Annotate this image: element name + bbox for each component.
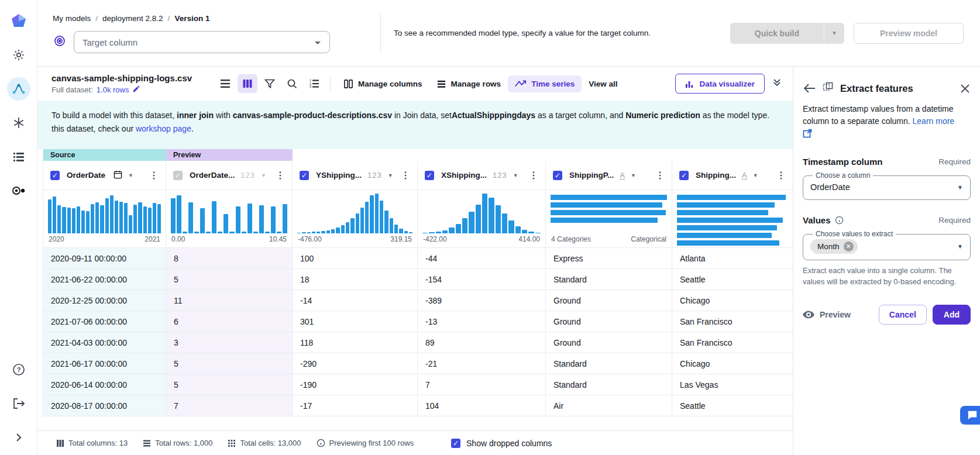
filter-icon[interactable] — [260, 74, 280, 93]
breadcrumb-version: Version 1 — [174, 14, 209, 23]
breadcrumb-my-models[interactable]: My models — [53, 14, 91, 23]
histogram-bar — [515, 226, 521, 233]
column-checkbox[interactable]: ✓ — [553, 171, 562, 180]
show-dropped-columns-toggle[interactable]: ✓ Show dropped columns — [451, 439, 552, 448]
table-cell: 2021-06-17 00:00:00 — [43, 353, 166, 374]
table-cell: 7 — [166, 395, 293, 416]
kebab-menu-icon[interactable]: ⋮ — [528, 171, 539, 180]
histogram-bar — [508, 220, 514, 233]
kebab-menu-icon[interactable]: ⋮ — [274, 171, 286, 180]
datasets-nav-icon[interactable] — [7, 145, 30, 168]
help-nav-icon[interactable]: ? — [7, 358, 30, 381]
histogram-bar — [456, 224, 461, 233]
target-column-select[interactable]: Target column — [74, 31, 330, 53]
banner-text-segment: ActualShipppingdays — [452, 111, 535, 120]
chevron-down-icon[interactable]: ▼ — [388, 173, 393, 178]
automations-nav-icon[interactable] — [7, 111, 30, 135]
banner-text-segment: Numeric prediction — [625, 111, 700, 120]
chevron-down-icon[interactable]: ▼ — [753, 173, 758, 178]
histogram-bar — [677, 195, 786, 200]
histogram-bar — [95, 202, 99, 233]
manage-columns-button[interactable]: Manage columns — [336, 75, 429, 93]
histogram-cell: 4 Categories Categorical — [546, 190, 672, 248]
kebab-menu-icon[interactable]: ⋮ — [148, 171, 160, 180]
show-dropped-checkbox[interactable]: ✓ — [451, 439, 460, 448]
kebab-menu-icon[interactable]: ⋮ — [775, 171, 787, 180]
data-visualizer-button[interactable]: Data visualizer — [675, 74, 765, 94]
chat-widget-button[interactable] — [960, 406, 980, 425]
column-checkbox[interactable]: ✓ — [679, 171, 689, 180]
rows-count-link[interactable]: 1.0k rows — [97, 85, 129, 94]
histogram-bar — [212, 201, 216, 233]
eye-icon — [803, 311, 814, 319]
preview-toggle[interactable]: Preview — [803, 310, 851, 319]
build-nav-icon[interactable] — [7, 43, 30, 67]
table-cell: 5 — [166, 269, 293, 290]
row-view-icon[interactable] — [215, 74, 235, 93]
cancel-button[interactable]: Cancel — [879, 305, 927, 325]
search-icon[interactable] — [282, 74, 302, 93]
column-view-icon[interactable] — [238, 74, 257, 93]
histogram-cell: -422.00 414.00 — [418, 190, 546, 248]
time-series-button[interactable]: Time series — [508, 75, 582, 92]
learn-more-link[interactable]: Learn more — [913, 116, 955, 126]
logout-nav-icon[interactable] — [7, 392, 30, 415]
preview-model-button[interactable]: Preview model — [854, 23, 964, 44]
table-cell: San Francisco — [672, 332, 793, 353]
histogram-bar — [482, 194, 487, 233]
choose-column-legend: Choose a column — [813, 171, 873, 180]
histogram-bar — [677, 202, 775, 208]
collapse-toolbar-icon[interactable] — [773, 78, 781, 89]
histogram-bar — [489, 198, 494, 233]
band-row: Source Preview — [43, 149, 793, 161]
remove-chip-icon[interactable]: ✕ — [844, 242, 854, 251]
column-checkbox[interactable]: ✓ — [425, 171, 434, 180]
histogram-bar — [110, 195, 114, 233]
histogram-bar — [133, 205, 137, 233]
chevron-down-icon[interactable]: ▼ — [631, 173, 636, 178]
histogram-bar — [551, 202, 662, 208]
close-icon[interactable] — [960, 83, 971, 94]
predictions-nav-icon[interactable] — [7, 179, 30, 202]
histogram-bar — [677, 210, 768, 215]
banner-text-segment: . — [191, 124, 194, 133]
histogram-bar — [153, 203, 156, 233]
kebab-menu-icon[interactable]: ⋮ — [400, 171, 411, 180]
ordered-list-icon[interactable]: 123 — [304, 74, 324, 93]
my-models-nav-icon[interactable] — [7, 77, 30, 101]
chevron-down-icon[interactable]: ▼ — [513, 173, 518, 178]
quick-build-button[interactable]: Quick build ▼ — [730, 23, 844, 44]
column-checkbox[interactable]: ✓ — [300, 171, 309, 180]
external-link-icon[interactable] — [803, 129, 971, 142]
kebab-menu-icon[interactable]: ⋮ — [654, 171, 666, 180]
quick-build-caret-icon[interactable]: ▼ — [824, 23, 844, 44]
table-cell: San Francisco — [672, 311, 793, 332]
total-rows-text: Total rows: 1,000 — [155, 439, 212, 447]
expand-sidebar-icon[interactable] — [7, 426, 30, 449]
chevron-down-icon[interactable]: ▼ — [128, 173, 133, 178]
column-checkbox[interactable]: ✓ — [50, 171, 60, 180]
table-cell: 5 — [166, 353, 293, 374]
table-cell: Standard — [546, 374, 672, 395]
table-row: 2020-06-14 00:00:00 5 -190 7 Standard La… — [43, 374, 793, 395]
chevron-down-icon[interactable]: ▼ — [261, 173, 266, 178]
table-cell: 7 — [418, 374, 546, 395]
view-all-button[interactable]: View all — [582, 75, 624, 92]
add-button[interactable]: Add — [933, 305, 971, 325]
band-empty — [293, 149, 418, 161]
table-row: 2020-09-11 00:00:00 8 100 -44 Express At… — [43, 248, 793, 269]
histogram-bar — [53, 197, 56, 233]
histogram-bar — [677, 240, 779, 246]
choose-column-select[interactable]: Choose a column OrderDate ▼ — [803, 171, 971, 200]
table-row: 2020-12-25 00:00:00 11 -14 -389 Ground C… — [43, 290, 793, 311]
manage-rows-button[interactable]: Manage rows — [429, 75, 508, 93]
histogram-bar — [119, 202, 123, 233]
choose-values-select[interactable]: Choose values to extract Month ✕ ▼ — [803, 230, 971, 260]
back-arrow-icon[interactable] — [803, 82, 817, 94]
info-icon[interactable] — [835, 216, 844, 225]
workshop-page-link[interactable]: workshop page — [136, 124, 191, 133]
breadcrumb-deployment[interactable]: deployment 2.8.2 — [102, 14, 163, 23]
edit-pencil-icon[interactable] — [132, 85, 140, 95]
histogram-bar — [476, 205, 481, 233]
histogram-bar — [677, 233, 772, 238]
